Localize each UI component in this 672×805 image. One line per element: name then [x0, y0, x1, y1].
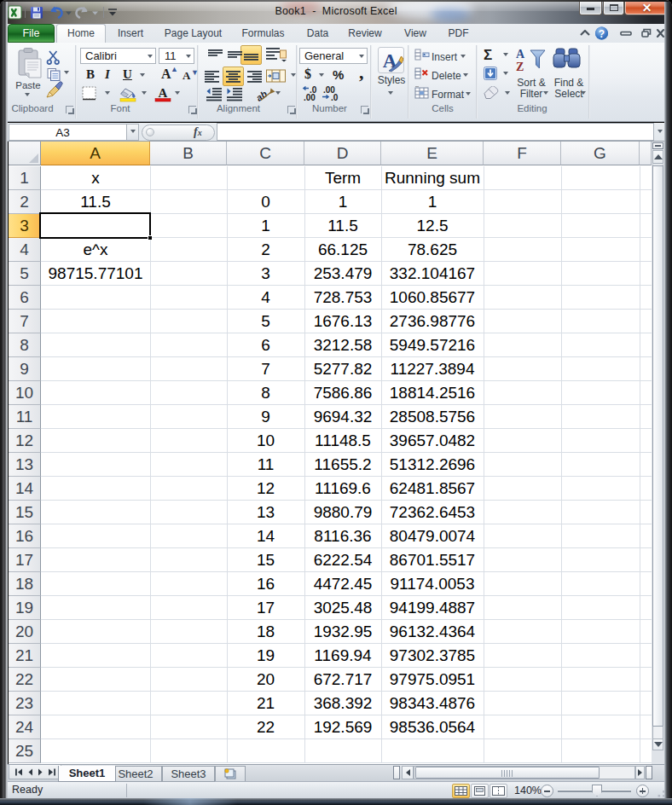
svg-text:A: A: [159, 86, 168, 100]
svg-text:Z: Z: [516, 61, 524, 73]
svg-text:.00: .00: [304, 93, 316, 102]
svg-text:?: ?: [599, 28, 605, 40]
svg-text:.0: .0: [331, 93, 339, 102]
svg-text:A: A: [516, 48, 525, 61]
